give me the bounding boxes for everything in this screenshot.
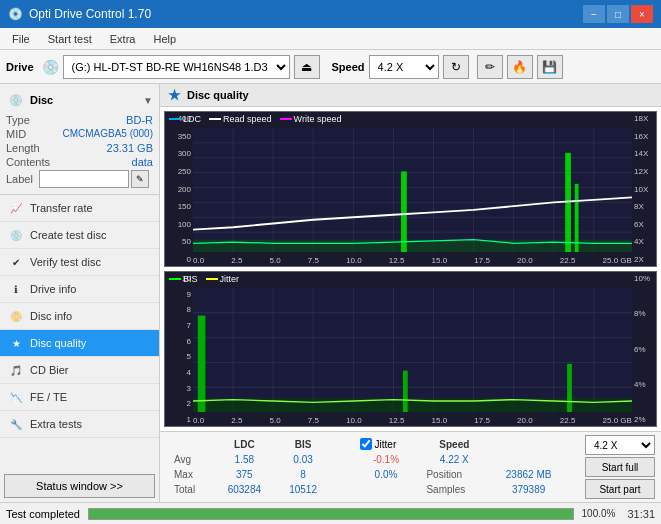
progress-bar [88,508,574,520]
sidebar-item-verify-test[interactable]: ✔ Verify test disc [0,249,159,276]
stats-header-bis: BIS [277,437,330,451]
extra-tests-icon: 🔧 [8,416,24,432]
title-bar: 💿 Opti Drive Control 1.70 − □ × [0,0,661,28]
eject-button[interactable]: ⏏ [294,55,320,79]
charts-area: LDC Read speed Write speed [160,107,661,431]
status-window-button[interactable]: Status window >> [4,474,155,498]
disc-panel: 💿 Disc ▼ Type BD-R MID CMCMAGBA5 (000) L… [0,84,159,195]
speed-select[interactable]: 4.2 X [369,55,439,79]
nav-label-extra-tests: Extra tests [30,418,82,430]
stats-table: LDC BIS Jitter Speed [166,435,569,498]
sidebar-item-create-test[interactable]: 💿 Create test disc [0,222,159,249]
samples-label: Samples [420,483,488,496]
drive-label: Drive [6,61,34,73]
status-bar: Test completed 100.0% 31:31 [0,502,661,524]
samples-value: 379389 [490,483,567,496]
max-ldc: 375 [214,468,274,481]
content-area: ★ Disc quality LDC Read s [160,84,661,502]
refresh-button[interactable]: ↻ [443,55,469,79]
drive-select[interactable]: (G:) HL-DT-ST BD-RE WH16NS48 1.D3 [63,55,290,79]
toolbar: Drive 💿 (G:) HL-DT-ST BD-RE WH16NS48 1.D… [0,50,661,84]
main-area: 💿 Disc ▼ Type BD-R MID CMCMAGBA5 (000) L… [0,84,661,502]
sidebar-item-drive-info[interactable]: ℹ Drive info [0,276,159,303]
ldc-legend-writespeed-dot [280,118,292,120]
jitter-label: Jitter [375,439,397,450]
sidebar-item-extra-tests[interactable]: 🔧 Extra tests [0,411,159,438]
disc-info-icon: 📀 [8,308,24,324]
verify-test-icon: ✔ [8,254,24,270]
burn-button[interactable]: 🔥 [507,55,533,79]
bis-legend-jitter-label: Jitter [220,274,240,284]
menu-help[interactable]: Help [145,31,184,47]
nav-label-transfer-rate: Transfer rate [30,202,93,214]
avg-ldc: 1.58 [214,453,274,466]
fe-te-icon: 📉 [8,389,24,405]
ldc-legend-ldc-label: LDC [183,114,201,124]
ldc-yaxis-right: 18X 16X 14X 12X 10X 8X 6X 4X 2X [632,112,656,266]
total-label: Total [168,483,212,496]
maximize-button[interactable]: □ [607,5,629,23]
minimize-button[interactable]: − [583,5,605,23]
ldc-legend-ldc-dot [169,118,181,120]
sidebar-item-disc-quality[interactable]: ★ Disc quality [0,330,159,357]
quality-header: ★ Disc quality [160,84,661,107]
menu-file[interactable]: File [4,31,38,47]
nav-label-cd-bier: CD Bier [30,364,69,376]
sidebar-item-disc-info[interactable]: 📀 Disc info [0,303,159,330]
max-label: Max [168,468,212,481]
progress-text: 100.0% [582,508,616,519]
quality-title: Disc quality [187,89,249,101]
label-edit-button[interactable]: ✎ [131,170,149,188]
bis-legend-bis-label: BIS [183,274,198,284]
cd-bier-icon: 🎵 [8,362,24,378]
type-value: BD-R [126,114,153,126]
stats-header-speed: Speed [420,437,488,451]
disc-options-icon: ▼ [143,95,153,106]
drive-icon: 💿 [42,59,59,75]
nav-label-disc-quality: Disc quality [30,337,86,349]
nav-label-fe-te: FE / TE [30,391,67,403]
nav-label-disc-info: Disc info [30,310,72,322]
nav-label-create-test: Create test disc [30,229,106,241]
ldc-chart: LDC Read speed Write speed [164,111,657,267]
nav-label-verify-test: Verify test disc [30,256,101,268]
max-bis: 8 [277,468,330,481]
menu-extra[interactable]: Extra [102,31,144,47]
disc-header-icon: 💿 [6,90,26,110]
total-bis: 10512 [277,483,330,496]
avg-jitter: -0.1% [354,453,419,466]
start-full-button[interactable]: Start full [585,457,655,477]
sidebar-item-transfer-rate[interactable]: 📈 Transfer rate [0,195,159,222]
app-icon: 💿 [8,7,23,21]
write-button[interactable]: ✏ [477,55,503,79]
close-button[interactable]: × [631,5,653,23]
jitter-checkbox-cell: Jitter [354,437,419,451]
menu-bar: File Start test Extra Help [0,28,661,50]
quality-header-icon: ★ [168,87,181,103]
bis-legend-bis-dot [169,278,181,280]
stats-speed-select[interactable]: 4.2 X [585,435,655,455]
sidebar: 💿 Disc ▼ Type BD-R MID CMCMAGBA5 (000) L… [0,84,160,502]
contents-value: data [132,156,153,168]
svg-rect-19 [401,171,407,252]
avg-label: Avg [168,453,212,466]
disc-header-label: Disc [30,94,53,106]
bis-legend: BIS Jitter [169,274,239,284]
save-button[interactable]: 💾 [537,55,563,79]
elapsed-time: 31:31 [627,508,655,520]
start-part-button[interactable]: Start part [585,479,655,499]
mid-label: MID [6,128,26,140]
speed-label: Speed [332,61,365,73]
drive-info-icon: ℹ [8,281,24,297]
label-input[interactable] [39,170,129,188]
sidebar-item-cd-bier[interactable]: 🎵 CD Bier [0,357,159,384]
ldc-legend-readspeed-dot [209,118,221,120]
svg-rect-38 [198,316,206,412]
menu-start-test[interactable]: Start test [40,31,100,47]
jitter-checkbox[interactable] [360,438,372,450]
ldc-legend-writespeed-label: Write speed [294,114,342,124]
position-value: 23862 MB [490,468,567,481]
status-text: Test completed [6,508,80,520]
sidebar-item-fe-te[interactable]: 📉 FE / TE [0,384,159,411]
svg-rect-40 [567,364,572,412]
